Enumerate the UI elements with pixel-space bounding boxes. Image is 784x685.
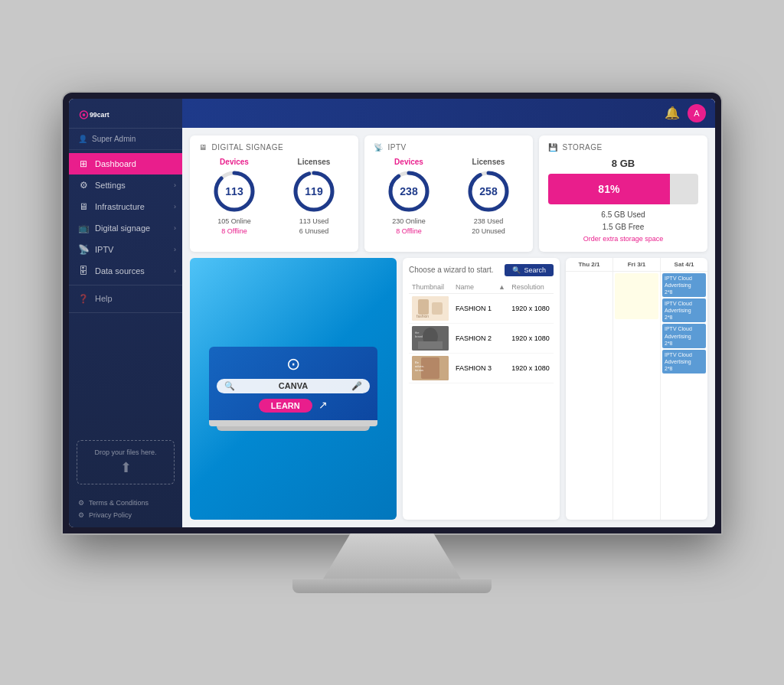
nav-settings-label: Settings [95,181,126,190]
svg-point-1 [83,113,86,116]
nav-infrastructure-label: Infrastructure [95,202,145,211]
settings-arrow: › [174,181,176,189]
storage-bar-fill: 81% [548,174,670,204]
laptop-bottom-bar [209,420,377,426]
ds-licenses-gauge: 119 [292,169,336,214]
digital-signage-metrics: Devices 113 [199,158,349,237]
iptv-devices-number: 238 [400,185,417,197]
wizard-card: Choose a wizard to start. 🔍 Search [403,258,560,520]
sidebar-help[interactable]: ❓ Help [69,289,182,309]
ds-devices-number: 113 [225,185,243,197]
ds-devices-label: Devices [220,158,249,166]
sidebar-item-data-sources[interactable]: 🗄 Data sources › [69,260,182,282]
iptv-arrow: › [174,246,176,253]
storage-order-link[interactable]: Order extra storage space [548,233,698,244]
storage-card: 💾 STORAGE 8 GB 81% 6. [539,135,707,252]
digital-signage-card: 🖥 DIGITAL SIGNAGE Devices [190,135,358,252]
col-thumbnail: Thumbnail [409,281,452,294]
cal-sat-event-3: IPTV Cloud Advertising2*8 [662,324,706,347]
wizard-table: Thumbnail Name ▲ Resolution [409,281,554,383]
ds-licenses-sub: 113 Used 6 Unused [299,217,329,237]
fashion3-resolution: 1920 x 1080 [508,353,554,383]
canva-card[interactable]: ⊙ 🔍 CANVA 🎤 LEARN ↗ [190,258,397,520]
screen-inner: 99cart 👤 Super Admin ⊞ Dashboard ⚙ [69,99,715,527]
canva-search-label: CANVA [279,381,308,390]
iptv-devices-label: Devices [394,158,423,166]
storage-bar-container: 81% [548,174,698,204]
user-icon: 👤 [78,135,87,143]
cal-thu-label: Thu 2/1 [567,261,611,268]
settings-icon: ⚙ [78,180,89,191]
svg-rect-17 [418,341,443,349]
fashion3-name: FASHION 3 [452,353,495,383]
table-row[interactable]: fashion FASHION 1 1920 x 1080 [409,293,554,323]
terms-icon: ⚙ [78,499,84,507]
iptv-icon: 📡 [78,244,89,255]
nav-data-sources-label: Data sources [95,266,145,276]
ds-devices-online: 105 Online [217,217,251,227]
drop-zone[interactable]: Drop your files here. ⬆ [77,440,175,484]
svg-text:99cart: 99cart [90,111,109,119]
iptv-licenses-sub: 238 Used 20 Unused [472,217,505,237]
monitor: 99cart 👤 Super Admin ⊞ Dashboard ⚙ [63,93,721,593]
ds-devices-sub: 105 Online 8 Offline [217,217,251,237]
wizard-search-button[interactable]: 🔍 Search [505,264,554,276]
sidebar-item-digital-signage[interactable]: 📺 Digital signage › [69,217,182,239]
wizard-header: Choose a wizard to start. 🔍 Search [409,264,554,276]
storage-used: 6.5 GB Used [548,209,698,221]
table-row[interactable]: Be adven- turous FASHION 3 [409,353,554,383]
sidebar-item-dashboard[interactable]: ⊞ Dashboard [69,153,182,175]
storage-section-label: STORAGE [563,143,603,152]
svg-rect-13 [432,302,443,315]
calendar-body: IPTV Cloud Advertising2*8 IPTV Cloud Adv… [566,272,707,520]
laptop-screen: ⊙ 🔍 CANVA 🎤 LEARN ↗ [209,347,377,420]
fashion2-resolution: 1920 x 1080 [508,323,554,353]
dashboard-icon: ⊞ [78,158,89,169]
iptv-devices-offline: 8 Offline [392,227,426,237]
digital-signage-arrow: › [174,224,176,232]
digital-signage-icon: 📺 [78,223,89,233]
privacy-item[interactable]: ⚙ Privacy Policy [78,509,173,521]
cal-fri-header: Fri 3/1 [613,258,661,271]
iptv-licenses-used: 238 Used [472,217,505,227]
stats-row: 🖥 DIGITAL SIGNAGE Devices [190,135,707,252]
cal-fri-label: Fri 3/1 [615,261,658,268]
iptv-devices-gauge: 238 [387,169,431,214]
nav-divider [69,285,182,285]
ds-licenses-unused: 6 Unused [299,227,329,237]
monitor-base [292,579,492,593]
help-icon: ❓ [78,294,89,304]
canva-learn-btn[interactable]: LEARN [259,399,312,413]
sidebar-user: 👤 Super Admin [69,129,182,150]
storage-total: 8 GB [548,158,698,169]
svg-text:turous: turous [415,368,423,372]
notification-icon[interactable]: 🔔 [665,106,680,120]
ds-licenses-number: 119 [305,185,322,197]
fashion2-thumbnail: the brand [412,326,449,351]
nav-iptv-label: IPTV [95,245,113,254]
user-avatar[interactable]: A [688,104,706,122]
iptv-licenses-gauge: 258 [466,169,511,214]
avatar-text: A [694,109,699,118]
monitor-stand [323,533,461,579]
terms-item[interactable]: ⚙ Terms & Conditions [78,497,173,509]
svg-rect-21 [421,357,439,379]
privacy-label: Privacy Policy [89,511,132,519]
storage-info: 6.5 GB Used 1.5 GB Free Order extra stor… [548,209,698,244]
cal-fri-col [613,272,661,520]
data-sources-arrow: › [174,267,176,275]
nav-divider-2 [69,312,182,313]
cursor-icon: ↗ [318,399,328,411]
sidebar-item-infrastructure[interactable]: 🖥 Infrastructure › [69,196,182,217]
iptv-metrics: Devices 238 [374,158,524,237]
iptv-devices-online: 230 Online [392,217,426,227]
sidebar-item-settings[interactable]: ⚙ Settings › [69,175,182,196]
iptv-card: 📡 IPTV Devices [364,135,533,252]
sidebar-nav: ⊞ Dashboard ⚙ Settings › 🖥 Infrastructur… [69,150,182,434]
privacy-icon: ⚙ [78,511,84,519]
cal-sat-header: Sat 4/1 [661,258,707,271]
digital-signage-section-label: DIGITAL SIGNAGE [212,143,284,152]
canva-search-bar: 🔍 CANVA 🎤 [217,379,370,393]
table-row[interactable]: the brand FASHION 2 1920 x 108 [409,323,554,353]
sidebar-item-iptv[interactable]: 📡 IPTV › [69,239,182,260]
